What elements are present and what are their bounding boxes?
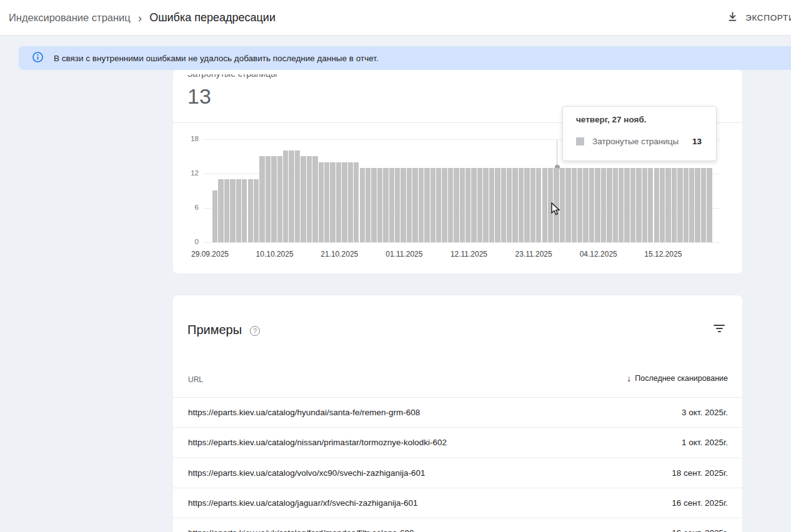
table-row[interactable]: https://eparts.kiev.ua/uk/catalog/ford/m… — [173, 518, 742, 532]
bar[interactable] — [354, 162, 359, 242]
bar[interactable] — [624, 168, 629, 242]
bar[interactable] — [595, 168, 600, 242]
bar[interactable] — [607, 168, 612, 242]
bar[interactable] — [565, 168, 570, 242]
bar[interactable] — [400, 168, 405, 242]
help-icon[interactable]: ? — [250, 326, 260, 336]
bar[interactable] — [454, 168, 459, 242]
bar[interactable] — [542, 168, 547, 242]
bar[interactable] — [412, 168, 417, 242]
bar[interactable] — [689, 168, 694, 242]
bar[interactable] — [442, 168, 447, 242]
bar[interactable] — [519, 168, 524, 242]
bar[interactable] — [448, 168, 453, 242]
bar[interactable] — [342, 162, 347, 242]
filter-icon[interactable] — [714, 325, 725, 333]
bar[interactable] — [489, 168, 494, 242]
bar[interactable] — [424, 168, 429, 242]
bar[interactable] — [360, 168, 365, 242]
bar[interactable] — [648, 168, 653, 242]
bar[interactable] — [330, 162, 335, 242]
bar[interactable] — [436, 168, 441, 242]
bar[interactable] — [577, 168, 582, 242]
bar[interactable] — [324, 162, 329, 242]
bar[interactable] — [501, 168, 506, 242]
bar[interactable] — [430, 168, 435, 242]
bar[interactable] — [319, 162, 324, 242]
bar[interactable] — [218, 179, 223, 242]
bar[interactable] — [636, 168, 641, 242]
bar[interactable] — [524, 168, 529, 242]
table-row[interactable]: https://eparts.kiev.ua/catalog/volvo/xc9… — [173, 458, 742, 488]
bar[interactable] — [236, 179, 241, 242]
bar-chart[interactable]: 06121829.09.202510.10.202521.10.202501.1… — [173, 70, 742, 273]
breadcrumb-parent[interactable]: Индексирование страниц — [9, 12, 131, 24]
bar[interactable] — [377, 168, 382, 242]
bar[interactable] — [695, 168, 700, 242]
bar[interactable] — [630, 168, 635, 242]
bar[interactable] — [295, 150, 300, 242]
bar[interactable] — [301, 156, 306, 242]
bar[interactable] — [660, 168, 665, 242]
bar[interactable] — [254, 179, 259, 242]
bar[interactable] — [589, 168, 594, 242]
bar[interactable] — [230, 179, 235, 242]
bar[interactable] — [665, 168, 670, 242]
bar[interactable] — [471, 168, 476, 242]
bar[interactable] — [707, 168, 712, 242]
bar[interactable] — [212, 190, 217, 242]
bar[interactable] — [601, 168, 606, 242]
table-row[interactable]: https://eparts.kiev.ua/catalog/nissan/pr… — [173, 428, 742, 458]
bar[interactable] — [642, 168, 647, 242]
bar[interactable] — [407, 168, 412, 242]
bar[interactable] — [654, 168, 659, 242]
bar[interactable] — [495, 168, 500, 242]
bar[interactable] — [583, 168, 588, 242]
bar[interactable] — [465, 168, 470, 242]
bar[interactable] — [613, 168, 618, 242]
bar[interactable] — [289, 150, 294, 242]
bar[interactable] — [348, 162, 353, 242]
bar[interactable] — [383, 168, 388, 242]
bar[interactable] — [477, 168, 482, 242]
bar[interactable] — [224, 179, 229, 242]
row-url[interactable]: https://eparts.kiev.ua/catalog/nissan/pr… — [188, 438, 447, 447]
bar[interactable] — [701, 168, 706, 242]
bar[interactable] — [266, 156, 271, 242]
table-row[interactable]: https://eparts.kiev.ua/catalog/jaguar/xf… — [173, 488, 742, 518]
bar[interactable] — [389, 168, 394, 242]
bar[interactable] — [536, 168, 541, 242]
bar[interactable] — [366, 168, 371, 242]
bar[interactable] — [271, 156, 276, 242]
bar[interactable] — [460, 168, 465, 242]
row-url[interactable]: https://eparts.kiev.ua/catalog/volvo/xc9… — [188, 468, 425, 478]
bar[interactable] — [672, 168, 677, 242]
bar[interactable] — [248, 179, 253, 242]
bar[interactable] — [395, 168, 400, 242]
table-row[interactable]: https://eparts.kiev.ua/catalog/hyundai/s… — [173, 398, 742, 428]
bar[interactable] — [572, 168, 577, 242]
bar[interactable] — [512, 168, 517, 242]
bar[interactable] — [530, 168, 535, 242]
bar[interactable] — [259, 156, 264, 242]
bar[interactable] — [307, 156, 312, 242]
bar[interactable] — [677, 168, 682, 242]
bar[interactable] — [371, 168, 376, 242]
row-url[interactable]: https://eparts.kiev.ua/catalog/jaguar/xf… — [188, 498, 417, 508]
bar[interactable] — [619, 168, 624, 242]
bar[interactable] — [507, 168, 512, 242]
x-axis-tick-label: 23.11.2025 — [505, 250, 562, 259]
export-button[interactable]: ЭКСПОРТИРОВАТЬ — [727, 0, 791, 35]
bar[interactable] — [419, 168, 424, 242]
bar[interactable] — [684, 168, 689, 242]
bar[interactable] — [242, 179, 247, 242]
bar[interactable] — [283, 150, 288, 242]
bar[interactable] — [336, 162, 341, 242]
column-header-last-crawl[interactable]: ↓ Последнее сканирование — [627, 373, 728, 383]
row-url[interactable]: https://eparts.kiev.ua/catalog/hyundai/s… — [188, 408, 420, 417]
bar[interactable] — [483, 168, 488, 242]
bar[interactable] — [277, 156, 282, 242]
bar[interactable] — [312, 156, 317, 242]
x-axis-tick-label: 04.12.2025 — [570, 250, 627, 259]
row-url[interactable]: https://eparts.kiev.ua/uk/catalog/ford/m… — [188, 528, 414, 532]
